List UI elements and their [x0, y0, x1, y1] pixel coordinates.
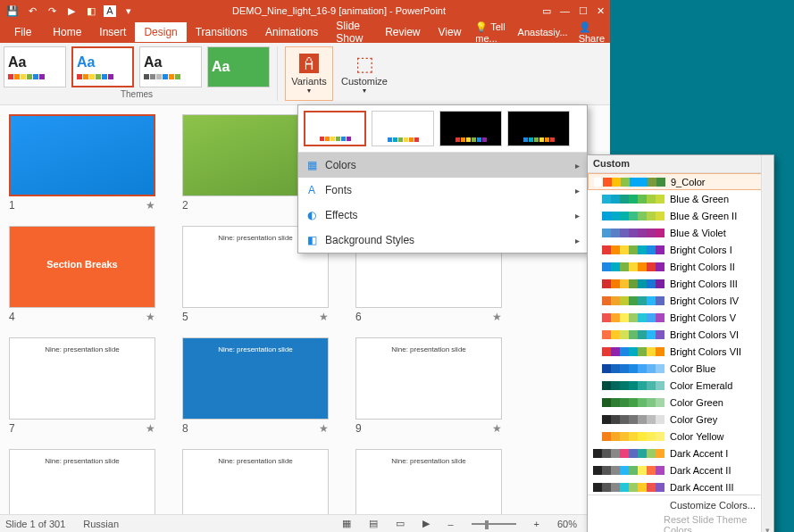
star-icon[interactable]: ★ [319, 422, 329, 435]
color-scheme-row[interactable]: Color Green [588, 394, 773, 411]
save-icon[interactable]: 💾 [5, 5, 20, 17]
color-scheme-row[interactable]: Bright Colors V [588, 309, 773, 326]
view-normal-icon[interactable]: ▦ [342, 518, 351, 529]
customize-colors[interactable]: Customize Colors... [588, 495, 773, 515]
color-scheme-label: Blue & Violet [670, 228, 726, 238]
color-scheme-label: Color Emerald [670, 380, 732, 391]
menu-bgstyles[interactable]: ◧Background Styles▸ [298, 228, 587, 253]
theme-thumb-1[interactable]: Aa [4, 46, 66, 87]
tab-insert[interactable]: Insert [90, 22, 135, 42]
color-scheme-row[interactable]: Dark Accent III [588, 478, 773, 495]
tab-transitions[interactable]: Transitions [187, 22, 256, 42]
slide-4[interactable]: Section Breaks 4★ [9, 226, 155, 323]
star-icon[interactable]: ★ [146, 199, 155, 212]
color-scheme-row[interactable]: Dark Accent II [588, 461, 773, 478]
star-icon[interactable]: ★ [146, 422, 155, 435]
menu-colors[interactable]: ▦Colors▸ [298, 153, 587, 178]
view-slideshow-icon[interactable]: ▶ [422, 518, 430, 529]
account-name[interactable]: Anastasiy... [513, 23, 573, 41]
color-scheme-row[interactable]: Color Blue [588, 360, 773, 377]
minimize-icon[interactable]: — [560, 5, 570, 17]
color-scheme-label: Color Grey [670, 414, 717, 425]
status-bar: Slide 1 of 301 Russian ▦ ▤ ▭ ▶ – + 60% ⛶ [0, 514, 610, 532]
variant-thumb-3[interactable] [439, 111, 502, 146]
color-scheme-label: Bright Colors I [670, 245, 732, 255]
star-icon[interactable]: ★ [146, 311, 155, 323]
color-scheme-row[interactable]: Blue & Green II [588, 207, 773, 224]
theme-thumb-3[interactable]: Aa [139, 46, 202, 87]
color-scheme-label: Bright Colors II [670, 262, 735, 272]
quick-access-toolbar: 💾 ↶ ↷ ▶ ◧ A ▾ [5, 5, 136, 17]
redo-icon[interactable]: ↷ [45, 5, 59, 17]
variants-button[interactable]: 🅰 Variants ▾ [285, 46, 333, 101]
colors-scrollbar[interactable]: ▾ [761, 155, 773, 532]
maximize-icon[interactable]: ☐ [579, 5, 588, 17]
color-scheme-row[interactable]: Bright Colors I [588, 241, 773, 258]
variant-thumb-4[interactable] [507, 111, 570, 146]
slide-7[interactable]: Nine: presentation slide 7★ [9, 337, 155, 435]
color-scheme-label: Dark Accent II [670, 465, 731, 476]
slide-next-3[interactable]: Nine: presentation slide [355, 449, 502, 514]
star-icon[interactable]: ★ [492, 311, 502, 323]
zoom-level[interactable]: 60% [557, 519, 577, 529]
ribbon-options-icon[interactable]: ▭ [542, 5, 551, 17]
color-scheme-row[interactable]: Color Yellow [588, 428, 773, 445]
theme-thumb-2[interactable]: Aa [71, 46, 134, 87]
slide-next-1[interactable]: Nine: presentation slide [9, 449, 155, 514]
view-sorter-icon[interactable]: ▤ [369, 518, 378, 529]
star-icon[interactable]: ★ [492, 422, 502, 435]
star-icon[interactable]: ★ [319, 311, 329, 323]
menu-effects[interactable]: ◐Effects▸ [298, 203, 587, 228]
color-scheme-row[interactable]: Color Emerald [588, 377, 773, 394]
slide-1[interactable]: 1★ [9, 114, 155, 212]
color-scheme-row[interactable]: Bright Colors VII [588, 343, 773, 360]
color-scheme-row[interactable]: Blue & Violet [588, 224, 773, 241]
zoom-in-icon[interactable]: + [534, 519, 539, 529]
reset-colors: Reset Slide Theme Colors [588, 515, 773, 532]
slide-9[interactable]: Nine: presentation slide 9★ [355, 337, 502, 435]
tab-view[interactable]: View [430, 22, 471, 42]
color-scheme-row[interactable]: Bright Colors II [588, 258, 773, 275]
view-reading-icon[interactable]: ▭ [396, 518, 405, 529]
color-scheme-row[interactable]: Color Grey [588, 411, 773, 428]
background-icon: ◧ [305, 234, 318, 246]
tab-animations[interactable]: Animations [256, 22, 327, 42]
more-icon[interactable]: ◧ [84, 5, 98, 17]
zoom-out-icon[interactable]: – [447, 519, 453, 529]
qat-dropdown-icon[interactable]: ▾ [121, 5, 136, 17]
customize-icon: ⬚ [355, 53, 374, 76]
slide-position[interactable]: Slide 1 of 301 [5, 519, 65, 529]
chevron-right-icon: ▸ [575, 211, 580, 220]
tab-review[interactable]: Review [376, 22, 429, 42]
color-scheme-label: Color Green [670, 397, 723, 408]
variant-thumb-1[interactable] [304, 111, 366, 146]
color-scheme-row[interactable]: Blue & Green [588, 190, 773, 207]
chevron-right-icon: ▸ [575, 161, 580, 170]
start-icon[interactable]: ▶ [64, 5, 79, 17]
undo-icon[interactable]: ↶ [25, 5, 39, 17]
color-scheme-row[interactable]: Bright Colors IV [588, 292, 773, 309]
color-scheme-label: Bright Colors V [670, 312, 736, 323]
color-scheme-row[interactable]: Dark Accent I [588, 445, 773, 461]
color-scheme-label: Bright Colors VI [670, 329, 739, 340]
slide-next-2[interactable]: Nine: presentation slide [182, 449, 329, 514]
color-scheme-label: Bright Colors VII [670, 346, 741, 357]
font-icon[interactable]: A [104, 5, 116, 17]
variant-thumb-2[interactable] [372, 111, 434, 146]
color-scheme-row[interactable]: Bright Colors III [588, 275, 773, 292]
color-scheme-row[interactable]: 9_Color [588, 173, 773, 190]
tab-design[interactable]: Design [135, 22, 186, 42]
colors-header: Custom [593, 158, 630, 170]
themes-label: Themes [121, 89, 153, 99]
colors-list[interactable]: 9_ColorBlue & GreenBlue & Green IIBlue &… [588, 173, 773, 495]
menu-fonts[interactable]: AFonts▸ [298, 178, 587, 203]
color-scheme-row[interactable]: Bright Colors VI [588, 326, 773, 343]
tab-home[interactable]: Home [44, 22, 90, 42]
tab-file[interactable]: File [5, 22, 44, 42]
customize-button[interactable]: ⬚ Customize ▾ [340, 46, 389, 101]
theme-thumb-4[interactable]: Aa [207, 46, 270, 87]
slide-8[interactable]: Nine: presentation slide 8★ [182, 337, 329, 435]
color-scheme-label: 9_Color [671, 177, 706, 187]
language[interactable]: Russian [83, 519, 119, 529]
close-icon[interactable]: ✕ [597, 5, 605, 17]
